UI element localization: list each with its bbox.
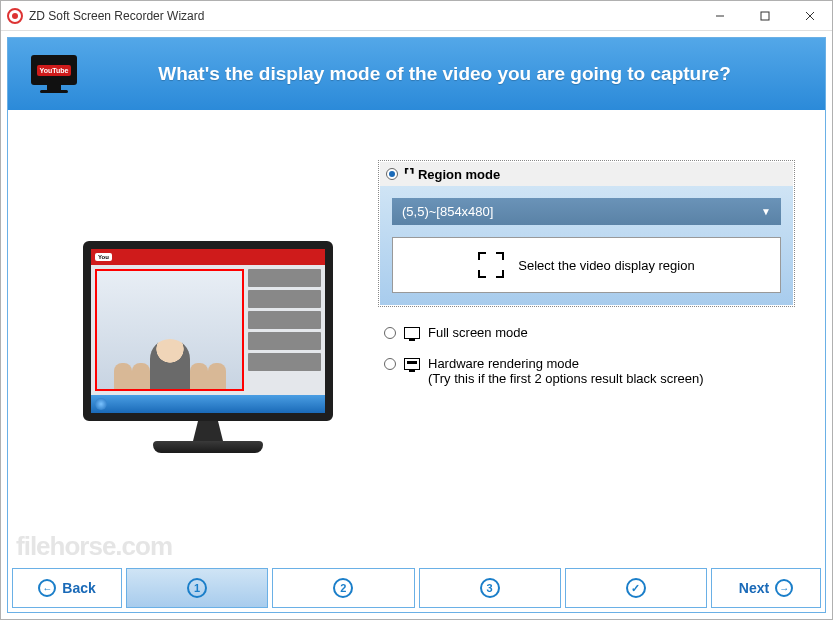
youtube-logo-icon: You	[95, 253, 112, 261]
video-region-highlight	[95, 269, 244, 391]
select-region-label: Select the video display region	[518, 258, 694, 273]
next-label: Next	[739, 580, 769, 596]
close-button[interactable]	[787, 1, 832, 30]
wizard-footer: ← Back 1 2 3 ✓ Next →	[8, 564, 825, 612]
step-number-icon: 2	[333, 578, 353, 598]
app-icon	[7, 8, 23, 24]
fullscreen-mode-label: Full screen mode	[428, 325, 528, 340]
radio-selected-icon	[386, 168, 398, 180]
next-button[interactable]: Next →	[711, 568, 821, 608]
region-mode-label: Region mode	[418, 167, 500, 182]
radio-unselected-icon	[384, 327, 396, 339]
region-mode-radio[interactable]: ⸢ ⸣ Region mode	[380, 162, 793, 186]
arrow-right-icon: →	[775, 579, 793, 597]
radio-unselected-icon	[384, 358, 396, 370]
arrow-left-icon: ←	[38, 579, 56, 597]
step-3-button[interactable]: 3	[419, 568, 561, 608]
region-corners-icon: ⸢ ⸣	[404, 166, 412, 182]
step-1-button[interactable]: 1	[126, 568, 268, 608]
crop-corners-icon	[478, 252, 504, 278]
start-button-icon	[95, 398, 107, 410]
options-area: ⸢ ⸣ Region mode (5,5)~[854x480] Select t…	[378, 140, 795, 554]
back-button[interactable]: ← Back	[12, 568, 122, 608]
step-2-button[interactable]: 2	[272, 568, 414, 608]
title-bar: ZD Soft Screen Recorder Wizard	[1, 1, 832, 31]
wizard-question: What's the display mode of the video you…	[82, 63, 807, 85]
wizard-header: YouTube What's the display mode of the v…	[8, 38, 825, 110]
region-size-dropdown[interactable]: (5,5)~[854x480]	[392, 198, 781, 225]
minimize-button[interactable]	[697, 1, 742, 30]
illustration-monitor: You	[38, 140, 378, 554]
step-number-icon: 3	[480, 578, 500, 598]
step-number-icon: 1	[187, 578, 207, 598]
youtube-badge-icon: YouTube	[37, 65, 72, 76]
svg-rect-1	[761, 12, 769, 20]
fullscreen-mode-radio[interactable]: Full screen mode	[378, 321, 795, 344]
check-icon: ✓	[626, 578, 646, 598]
window-controls	[697, 1, 832, 30]
window-title: ZD Soft Screen Recorder Wizard	[29, 9, 204, 23]
region-mode-group: ⸢ ⸣ Region mode (5,5)~[854x480] Select t…	[378, 160, 795, 307]
select-region-button[interactable]: Select the video display region	[392, 237, 781, 293]
wizard-panel: YouTube What's the display mode of the v…	[7, 37, 826, 613]
maximize-button[interactable]	[742, 1, 787, 30]
fullscreen-icon	[404, 327, 420, 339]
hardware-mode-hint: (Try this if the first 2 options result …	[428, 371, 704, 386]
back-label: Back	[62, 580, 95, 596]
header-illustration-icon: YouTube	[26, 55, 82, 93]
region-size-value: (5,5)~[854x480]	[402, 204, 493, 219]
step-done-button[interactable]: ✓	[565, 568, 707, 608]
hardware-mode-label: Hardware rendering mode	[428, 356, 704, 371]
hardware-mode-radio[interactable]: Hardware rendering mode (Try this if the…	[378, 352, 795, 390]
hardware-icon	[404, 358, 420, 370]
